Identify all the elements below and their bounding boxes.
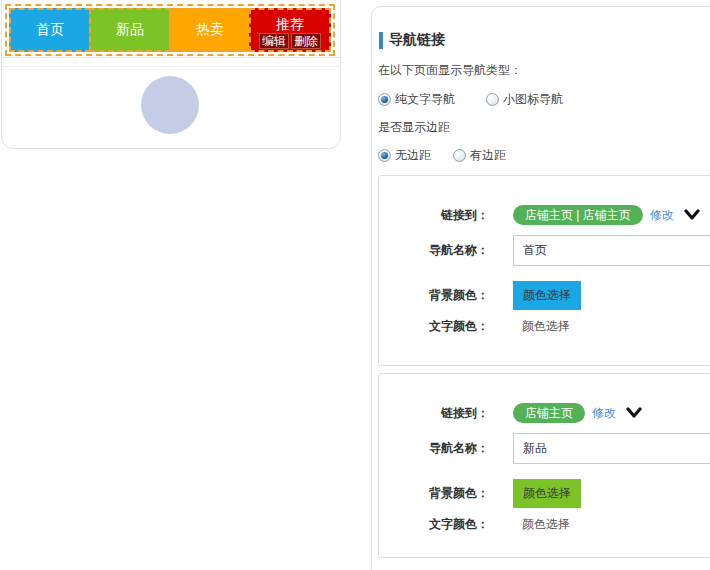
link-to-label: 链接到：	[379, 405, 489, 422]
edit-tab-button[interactable]: 编辑	[259, 33, 289, 49]
nav-bar-preview[interactable]: 首页 新品 热卖 推荐 编辑 删除	[5, 4, 335, 56]
name-row: 导航名称：	[379, 433, 710, 464]
radio-icon-nav-icon[interactable]	[486, 93, 499, 106]
nav-type-label: 在以下页面显示导航类型：	[378, 62, 522, 79]
nav-name-input[interactable]	[513, 433, 710, 464]
bg-color-row: 背景颜色： 颜色选择	[379, 479, 710, 508]
nav-name-label: 导航名称：	[379, 440, 489, 457]
nav-name-label: 导航名称：	[379, 242, 489, 259]
nav-tab-recommend-label: 推荐	[276, 16, 304, 34]
link-to-label: 链接到：	[379, 207, 489, 224]
bg-color-picker-button[interactable]: 颜色选择	[513, 479, 581, 508]
nav-item-form-home: 链接到： 店铺主页 | 店铺主页 修改 导航名称： 背景颜色： 颜色选择	[378, 175, 710, 366]
margin-question-label: 是否显示边距	[378, 119, 450, 136]
bg-color-label: 背景颜色：	[379, 287, 489, 304]
radio-text-nav-label: 纯文字导航	[395, 91, 455, 108]
body-module-top-border	[2, 66, 340, 67]
linked-page-badge: 店铺主页 | 店铺主页	[513, 205, 643, 225]
nav-tab-new-label: 新品	[116, 21, 144, 39]
modify-link[interactable]: 修改	[592, 405, 616, 422]
bg-color-picker-button[interactable]: 颜色选择	[513, 281, 581, 310]
linked-page-badge: 店铺主页	[513, 403, 585, 423]
delete-tab-button[interactable]: 删除	[291, 33, 321, 49]
radio-no-margin-label: 无边距	[395, 147, 431, 164]
margin-radio-group: 无边距 有边距	[378, 147, 506, 164]
text-color-picker-button[interactable]: 颜色选择	[522, 318, 570, 335]
text-color-label: 文字颜色：	[379, 318, 489, 335]
link-row: 链接到： 店铺主页 修改	[379, 402, 710, 424]
bg-color-label: 背景颜色：	[379, 485, 489, 502]
nav-tab-recommend[interactable]: 推荐 编辑 删除	[249, 8, 331, 52]
nav-tab-hover-actions: 编辑 删除	[251, 33, 329, 49]
bg-color-row: 背景颜色： 颜色选择	[379, 281, 710, 310]
nav-tab-new[interactable]: 新品	[89, 8, 171, 52]
nav-name-input[interactable]	[513, 235, 710, 266]
placeholder-circle	[141, 76, 199, 134]
shop-preview-card: 首页 新品 热卖 推荐 编辑 删除	[1, 0, 341, 149]
radio-no-margin-icon[interactable]	[378, 149, 391, 162]
title-accent-bar	[379, 32, 383, 49]
radio-icon-nav[interactable]: 小图标导航	[486, 91, 563, 108]
text-color-picker-button[interactable]: 颜色选择	[522, 516, 570, 533]
nav-tab-hot[interactable]: 热卖	[169, 8, 251, 52]
nav-settings-panel: 导航链接 在以下页面显示导航类型： 纯文字导航 小图标导航 是否显示边距 无边距…	[371, 6, 710, 570]
name-row: 导航名称：	[379, 235, 710, 266]
radio-icon-nav-label: 小图标导航	[503, 91, 563, 108]
nav-tab-hot-label: 热卖	[196, 21, 224, 39]
radio-with-margin-label: 有边距	[470, 147, 506, 164]
modify-link[interactable]: 修改	[650, 207, 674, 224]
text-color-row: 文字颜色： 颜色选择	[379, 318, 710, 335]
text-color-row: 文字颜色： 颜色选择	[379, 516, 710, 533]
radio-with-margin[interactable]: 有边距	[453, 147, 506, 164]
link-row: 链接到： 店铺主页 | 店铺主页 修改	[379, 204, 710, 226]
radio-with-margin-icon[interactable]	[453, 149, 466, 162]
text-color-label: 文字颜色：	[379, 516, 489, 533]
nav-item-form-new: 链接到： 店铺主页 修改 导航名称： 背景颜色： 颜色选择	[378, 373, 710, 558]
panel-header: 导航链接	[379, 31, 445, 49]
radio-no-margin[interactable]: 无边距	[378, 147, 431, 164]
nav-tab-home[interactable]: 首页	[9, 8, 91, 52]
nav-module-bottom-border	[2, 57, 340, 58]
panel-title: 导航链接	[389, 31, 445, 49]
nav-type-radio-group: 纯文字导航 小图标导航	[378, 91, 563, 108]
radio-text-nav-icon[interactable]	[378, 93, 391, 106]
chevron-down-icon[interactable]	[684, 209, 700, 221]
radio-text-nav[interactable]: 纯文字导航	[378, 91, 455, 108]
chevron-down-icon[interactable]	[626, 407, 642, 419]
nav-tab-home-label: 首页	[36, 21, 64, 39]
